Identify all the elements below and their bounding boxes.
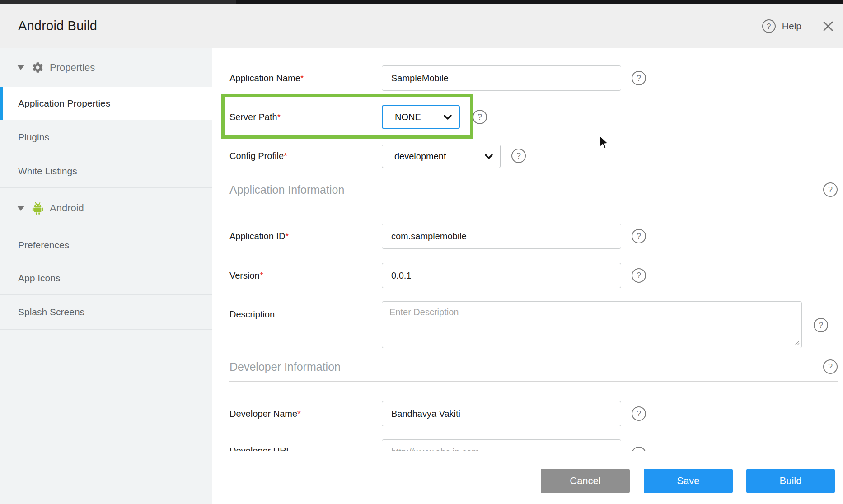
developer-name-input[interactable] [382, 401, 621, 426]
dialog-header: Android Build ? Help [0, 4, 843, 48]
required-asterisk: * [285, 231, 289, 241]
sidebar-item-label: App Icons [18, 273, 60, 284]
sidebar: Properties Application Properties Plugin… [0, 48, 212, 504]
description-help-icon[interactable]: ? [814, 318, 828, 332]
sidebar-item-application-properties[interactable]: Application Properties [0, 87, 212, 120]
question-glyph: ? [767, 23, 771, 30]
sidebar-group-android[interactable]: Android [0, 188, 212, 229]
help-icon[interactable]: ? [762, 19, 776, 33]
sidebar-group-properties[interactable]: Properties [0, 48, 212, 87]
form-panel: Application Name* ? Server Path* NONE ? … [212, 48, 843, 451]
sidebar-item-plugins[interactable]: Plugins [0, 120, 212, 154]
required-asterisk: * [297, 409, 301, 419]
gear-icon [32, 61, 44, 74]
sidebar-item-label: White Listings [18, 166, 77, 177]
chevron-down-icon [444, 115, 452, 120]
sidebar-group-label: Android [50, 202, 84, 214]
application-id-help-icon[interactable]: ? [632, 229, 646, 243]
chevron-down-icon [485, 154, 493, 159]
application-name-input[interactable] [382, 65, 621, 91]
developer-information-section-title: Developer Information [229, 359, 341, 374]
help-button[interactable]: Help [782, 21, 801, 32]
sidebar-item-label: Preferences [18, 240, 69, 251]
application-name-label: Application Name* [229, 72, 304, 84]
chevron-down-icon [17, 206, 24, 211]
browser-top-strip-left [0, 0, 236, 4]
save-button[interactable]: Save [644, 469, 733, 493]
config-profile-help-icon[interactable]: ? [511, 149, 526, 163]
developer-url-input[interactable] [382, 439, 621, 451]
close-icon [822, 20, 834, 32]
android-robot-icon [32, 202, 44, 215]
cancel-button[interactable]: Cancel [541, 469, 630, 493]
required-asterisk: * [277, 112, 281, 122]
footer-bar: Cancel Save Build [212, 451, 843, 504]
sidebar-item-label: Splash Screens [18, 307, 84, 317]
server-path-value: NONE [395, 112, 438, 122]
sidebar-group-label: Properties [50, 62, 95, 74]
description-textarea[interactable] [382, 301, 802, 348]
version-input[interactable] [382, 263, 621, 288]
sidebar-item-white-listings[interactable]: White Listings [0, 154, 212, 188]
developer-information-help-icon[interactable]: ? [823, 359, 838, 374]
developer-url-label: Developer URL [229, 445, 291, 451]
section-divider [229, 381, 838, 382]
application-information-section-title: Application Information [229, 182, 344, 197]
required-asterisk: * [260, 271, 263, 280]
required-asterisk: * [284, 151, 287, 161]
application-id-label: Application ID* [229, 230, 289, 242]
server-path-select[interactable]: NONE [382, 105, 460, 129]
sidebar-item-splash-screens[interactable]: Splash Screens [0, 295, 212, 330]
sidebar-item-label: Plugins [18, 132, 49, 143]
close-button[interactable] [822, 20, 834, 32]
version-help-icon[interactable]: ? [632, 268, 646, 283]
application-name-help-icon[interactable]: ? [632, 71, 646, 85]
description-label: Description [229, 308, 275, 320]
build-button[interactable]: Build [746, 469, 835, 493]
sidebar-item-app-icons[interactable]: App Icons [0, 261, 212, 295]
config-profile-select[interactable]: development [382, 145, 501, 168]
version-label: Version* [229, 270, 263, 281]
sidebar-item-label: Application Properties [18, 98, 110, 109]
required-asterisk: * [300, 73, 304, 83]
sidebar-item-preferences[interactable]: Preferences [0, 229, 212, 261]
selected-indicator [0, 87, 3, 120]
browser-top-strip [0, 0, 843, 4]
application-information-help-icon[interactable]: ? [823, 182, 838, 197]
chevron-down-icon [17, 65, 24, 70]
server-path-label: Server Path* [229, 111, 281, 123]
config-profile-label: Config Profile* [229, 150, 287, 162]
developer-name-help-icon[interactable]: ? [632, 406, 646, 421]
section-divider [229, 204, 838, 204]
mouse-cursor [599, 135, 610, 150]
developer-name-label: Developer Name* [229, 408, 301, 420]
page-title: Android Build [18, 19, 97, 33]
developer-url-help-icon[interactable]: ? [632, 447, 646, 451]
server-path-help-icon[interactable]: ? [473, 110, 487, 124]
application-id-input[interactable] [382, 224, 621, 249]
config-profile-value: development [394, 151, 479, 162]
